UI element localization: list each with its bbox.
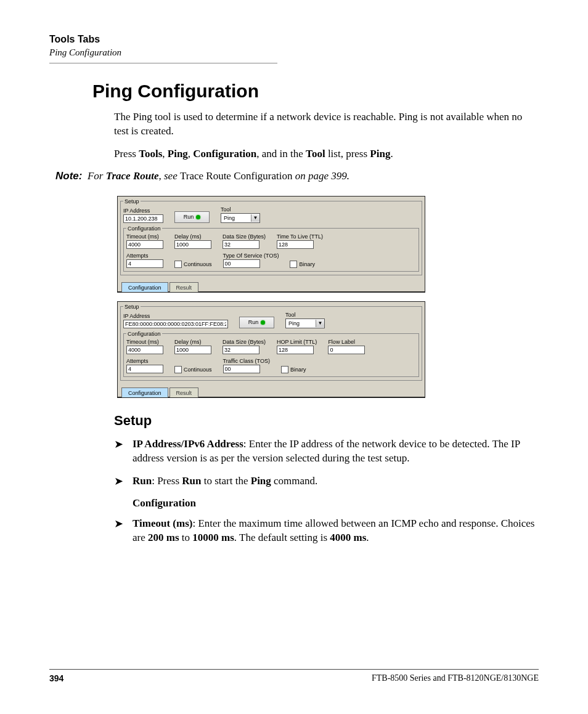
- datasize-input[interactable]: [223, 240, 259, 249]
- flowlabel-input[interactable]: [328, 346, 365, 354]
- bullet-arrow-icon: ➤: [114, 476, 133, 489]
- note-label: Note:: [55, 170, 82, 182]
- configuration-legend: Configuration: [126, 331, 162, 337]
- continuous-checkbox[interactable]: Continuous: [174, 366, 212, 373]
- timeout-label: Timeout (ms): [126, 233, 163, 240]
- ttl-label: Time To Live (TTL): [277, 233, 323, 240]
- bullet-arrow-icon: ➤: [114, 518, 133, 545]
- attempts-input[interactable]: [126, 365, 163, 373]
- ip-address-label: IP Address: [123, 313, 228, 319]
- setup-legend: Setup: [123, 198, 141, 205]
- chevron-down-icon: ▼: [316, 320, 324, 327]
- tool-dropdown[interactable]: Ping ▼: [285, 318, 325, 328]
- bullet-timeout: ➤ Timeout (ms): Enter the maximum time a…: [114, 517, 539, 545]
- continuous-checkbox[interactable]: Continuous: [174, 261, 212, 268]
- chevron-down-icon: ▼: [251, 214, 259, 222]
- configuration-heading: Configuration: [133, 497, 539, 509]
- timeout-input[interactable]: [126, 240, 163, 249]
- header-section: Tools Tabs: [49, 34, 539, 45]
- trafficclass-input[interactable]: [223, 365, 260, 373]
- attempts-input[interactable]: [126, 259, 163, 268]
- delay-label: Delay (ms): [174, 339, 211, 345]
- bullet-ip-address: ➤ IP Address/IPv6 Address: Enter the IP …: [114, 437, 539, 466]
- tool-label: Tool: [285, 312, 325, 318]
- ttl-input[interactable]: [277, 240, 314, 249]
- ip-address-label: IP Address: [123, 208, 163, 214]
- trafficclass-label: Traffic Class (TOS): [223, 358, 270, 364]
- hoplimit-label: HOP Limit (TTL): [277, 339, 317, 345]
- page-number: 394: [49, 673, 63, 683]
- tab-configuration[interactable]: Configuration: [121, 282, 168, 292]
- header-rule: [49, 63, 277, 63]
- run-button[interactable]: Run: [239, 317, 274, 328]
- ip-address-input[interactable]: [123, 214, 163, 223]
- tos-label: Type Of Service (TOS): [223, 253, 279, 259]
- datasize-input[interactable]: [223, 346, 259, 354]
- flowlabel-label: Flow Label: [328, 339, 365, 345]
- tab-result[interactable]: Result: [169, 282, 199, 292]
- hoplimit-input[interactable]: [277, 346, 314, 354]
- run-button[interactable]: Run: [174, 211, 210, 223]
- header-subsection: Ping Configuration: [49, 47, 539, 58]
- delay-label: Delay (ms): [174, 233, 211, 240]
- page-footer: 394 FTB-8500 Series and FTB-8120NGE/8130…: [49, 669, 539, 683]
- tool-label: Tool: [221, 206, 260, 213]
- setup-heading: Setup: [114, 413, 539, 429]
- attempts-label: Attempts: [126, 253, 163, 259]
- run-led-icon: [261, 320, 265, 325]
- tool-dropdown[interactable]: Ping ▼: [221, 213, 260, 223]
- datasize-label: Data Size (Bytes): [223, 339, 266, 345]
- screenshot-ipv4: Setup IP Address Run Tool Ping: [117, 196, 425, 293]
- delay-input[interactable]: [174, 240, 211, 249]
- binary-checkbox[interactable]: Binary: [290, 261, 315, 268]
- configuration-legend: Configuration: [126, 225, 162, 232]
- ip-address-input[interactable]: [123, 320, 228, 328]
- binary-checkbox[interactable]: Binary: [281, 366, 306, 373]
- product-name: FTB-8500 Series and FTB-8120NGE/8130NGE: [372, 673, 539, 683]
- intro-paragraph-1: The Ping tool is used to determine if a …: [114, 110, 539, 139]
- note: Note: For Trace Route, see Trace Route C…: [55, 170, 539, 182]
- timeout-label: Timeout (ms): [126, 339, 163, 345]
- run-led-icon: [196, 215, 200, 219]
- tab-result[interactable]: Result: [169, 387, 199, 397]
- tos-input[interactable]: [223, 259, 260, 268]
- datasize-label: Data Size (Bytes): [223, 233, 266, 240]
- intro-paragraph-2: Press Tools, Ping, Configuration, and in…: [114, 147, 539, 161]
- delay-input[interactable]: [174, 346, 211, 354]
- page-title: Ping Configuration: [92, 81, 539, 102]
- screenshot-ipv6: Setup IP Address Run Tool Ping: [117, 301, 425, 398]
- setup-legend: Setup: [123, 304, 141, 310]
- bullet-arrow-icon: ➤: [114, 439, 133, 466]
- bullet-run: ➤ Run: Press Run to start the Ping comma…: [114, 474, 539, 489]
- tab-configuration[interactable]: Configuration: [121, 387, 168, 397]
- timeout-input[interactable]: [126, 346, 163, 354]
- attempts-label: Attempts: [126, 358, 163, 364]
